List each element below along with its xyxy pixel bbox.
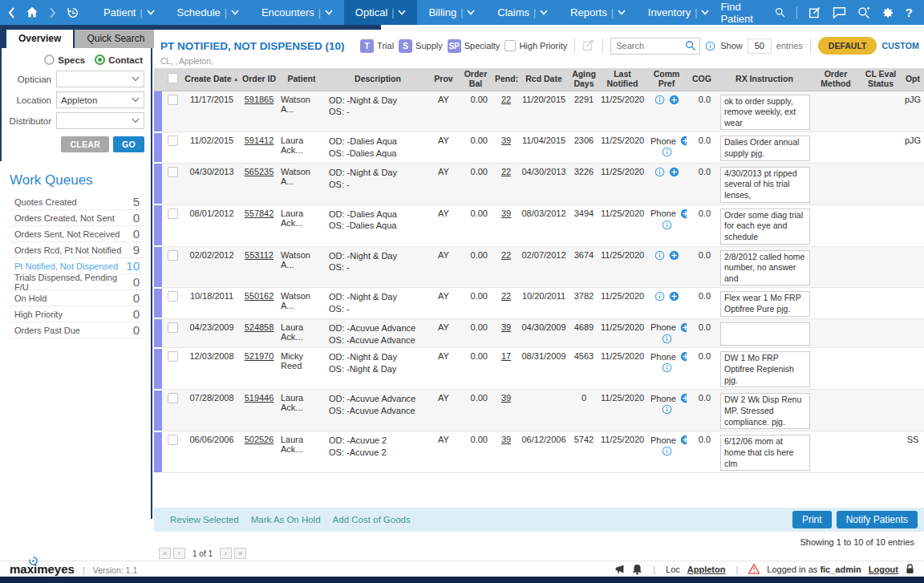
type-badge-sp[interactable]: SPSpecialty bbox=[448, 39, 500, 53]
rx-instruction-field[interactable]: DW 2 Wk Disp Renu MP. Stressed complianc… bbox=[720, 393, 810, 429]
col-header-rx_instruction[interactable]: RX Instruction bbox=[717, 68, 812, 91]
rx-instruction-field[interactable]: 2/8/2012 called home number, no answer a… bbox=[720, 250, 810, 286]
add-comm-icon[interactable] bbox=[669, 250, 679, 261]
comm-info-icon[interactable] bbox=[662, 362, 672, 373]
col-header-cog[interactable]: COG bbox=[687, 68, 717, 91]
add-comm-icon[interactable] bbox=[680, 393, 687, 403]
comm-info-icon[interactable] bbox=[654, 167, 665, 177]
tab-quick-search[interactable]: Quick Search bbox=[75, 30, 156, 48]
row-checkbox[interactable] bbox=[168, 95, 178, 105]
add-comm-icon[interactable] bbox=[680, 136, 687, 146]
rx-instruction-field[interactable]: 6/12/06 mom at home that cls here clm bbox=[720, 435, 810, 471]
pending-link[interactable]: 22 bbox=[501, 167, 511, 176]
back-icon[interactable] bbox=[8, 7, 15, 18]
order-id-link[interactable]: 502526 bbox=[245, 435, 274, 444]
order-id-link[interactable]: 519446 bbox=[245, 393, 274, 403]
pending-link[interactable]: 22 bbox=[501, 250, 511, 260]
logout-link[interactable]: Logout bbox=[869, 565, 898, 574]
pending-link[interactable]: 22 bbox=[501, 291, 511, 301]
field-dropdown[interactable] bbox=[56, 112, 144, 129]
nav-item[interactable]: Claims | bbox=[486, 0, 559, 25]
nav-item[interactable]: Inventory | bbox=[637, 0, 721, 25]
add-comm-icon[interactable] bbox=[669, 95, 679, 105]
gear-icon[interactable] bbox=[881, 6, 894, 19]
add-comm-icon[interactable] bbox=[680, 435, 687, 445]
row-checkbox[interactable] bbox=[168, 435, 178, 445]
order-id-link[interactable]: 591412 bbox=[245, 136, 274, 145]
history-icon[interactable] bbox=[67, 6, 79, 19]
order-id-link[interactable]: 521970 bbox=[245, 351, 274, 361]
first-page-button[interactable]: « bbox=[159, 548, 171, 559]
comm-info-icon[interactable] bbox=[662, 404, 672, 415]
nav-item[interactable]: Schedule | bbox=[166, 0, 250, 25]
action-link[interactable]: Mark As On Hold bbox=[251, 515, 321, 524]
col-header-pend[interactable]: Pend: bbox=[494, 68, 518, 91]
add-comm-icon[interactable] bbox=[669, 291, 679, 302]
info-icon[interactable] bbox=[705, 41, 715, 51]
chat-icon[interactable] bbox=[833, 6, 846, 18]
home-icon[interactable] bbox=[26, 6, 38, 18]
find-patient-button[interactable]: Find Patient bbox=[720, 1, 785, 25]
order-id-link[interactable]: 524858 bbox=[245, 322, 274, 332]
search-input[interactable] bbox=[616, 41, 685, 51]
work-queue-item[interactable]: Quotes Created 5 bbox=[10, 194, 144, 210]
col-header-description[interactable]: Description bbox=[326, 68, 430, 91]
pending-link[interactable]: 17 bbox=[501, 351, 511, 361]
col-header-prov[interactable]: Prov bbox=[430, 68, 457, 91]
row-checkbox[interactable] bbox=[168, 393, 178, 403]
col-header-cl_eval_status[interactable]: CL Eval Status bbox=[860, 68, 902, 91]
work-queue-item[interactable]: High Priority 0 bbox=[10, 306, 144, 322]
rx-instruction-field[interactable]: Flex wear 1 Mo FRP Optifree Pure pjg. bbox=[720, 291, 810, 316]
announcement-icon[interactable] bbox=[614, 564, 625, 574]
next-page-button[interactable]: › bbox=[220, 548, 232, 559]
add-comm-icon[interactable] bbox=[680, 322, 687, 333]
prev-page-button[interactable]: ‹ bbox=[173, 548, 185, 559]
pending-link[interactable]: 39 bbox=[501, 393, 511, 403]
pending-link[interactable]: 39 bbox=[501, 322, 511, 332]
location-link[interactable]: Appleton bbox=[687, 565, 726, 574]
comm-info-icon[interactable] bbox=[662, 220, 672, 230]
rx-instruction-field[interactable]: ok to order supply, remove weekly, ext w… bbox=[720, 95, 810, 131]
col-header-order_id[interactable]: Order ID bbox=[241, 68, 278, 91]
high-priority-checkbox[interactable] bbox=[505, 40, 516, 51]
forward-icon[interactable] bbox=[49, 7, 56, 18]
compose-icon[interactable] bbox=[808, 6, 821, 19]
nav-item[interactable]: Reports | bbox=[559, 0, 637, 25]
rx-instruction-field[interactable] bbox=[720, 322, 810, 346]
order-id-link[interactable]: 553112 bbox=[245, 250, 274, 260]
row-checkbox[interactable] bbox=[168, 167, 178, 177]
add-comm-icon[interactable] bbox=[680, 351, 687, 362]
rx-instruction-field[interactable]: Order some diag trial for each eye and s… bbox=[720, 209, 810, 245]
col-header-create_date[interactable]: Create Date▲ bbox=[183, 68, 241, 91]
help-icon[interactable]: ? bbox=[906, 6, 913, 19]
tab-overview[interactable]: Overview bbox=[6, 30, 73, 48]
add-comm-icon[interactable] bbox=[680, 209, 687, 219]
comm-info-icon[interactable] bbox=[662, 334, 672, 344]
radio-option[interactable]: Contact bbox=[95, 55, 143, 65]
row-checkbox[interactable] bbox=[168, 322, 178, 333]
action-link[interactable]: Review Selected bbox=[170, 515, 239, 524]
order-id-link[interactable]: 591865 bbox=[245, 95, 274, 104]
comm-info-icon[interactable] bbox=[662, 147, 672, 157]
col-header-patient[interactable]: Patient bbox=[278, 68, 326, 91]
clear-button[interactable]: CLEAR bbox=[61, 136, 109, 152]
order-id-link[interactable]: 565235 bbox=[245, 167, 274, 176]
col-header-order_bal[interactable]: Order Bal bbox=[457, 68, 494, 91]
comm-info-icon[interactable] bbox=[654, 250, 665, 261]
high-priority-filter[interactable]: High Priority bbox=[505, 40, 567, 51]
go-button[interactable]: GO bbox=[113, 136, 144, 152]
nav-item[interactable]: Optical | bbox=[344, 0, 418, 25]
page-size-input[interactable] bbox=[748, 38, 772, 54]
add-comm-icon[interactable] bbox=[669, 167, 679, 177]
nav-item[interactable]: Billing | bbox=[417, 0, 486, 25]
last-page-button[interactable]: » bbox=[234, 548, 246, 559]
col-header-comm_pref[interactable]: Comm Pref bbox=[646, 68, 687, 91]
rx-instruction-field[interactable]: 4/30/2013 pt ripped several of his trial… bbox=[720, 167, 810, 203]
comm-info-icon[interactable] bbox=[654, 95, 665, 105]
comm-info-icon[interactable] bbox=[662, 446, 672, 456]
pending-link[interactable]: 39 bbox=[501, 209, 511, 218]
col-header-aging_days[interactable]: Aging Days bbox=[569, 68, 598, 91]
row-checkbox[interactable] bbox=[168, 250, 178, 261]
advanced-search-icon[interactable] bbox=[857, 6, 870, 19]
bell-icon[interactable] bbox=[632, 564, 642, 575]
